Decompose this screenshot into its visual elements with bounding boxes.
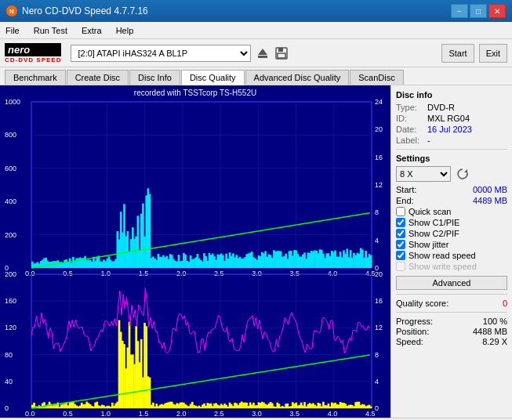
end-mb-row: End: 4489 MB bbox=[396, 196, 507, 205]
label-label: Label: bbox=[396, 136, 424, 145]
nero-logo-text: nero bbox=[5, 43, 61, 56]
show-c2pif-label: Show C2/PIF bbox=[409, 229, 459, 238]
id-label: ID: bbox=[396, 114, 424, 123]
menu-file[interactable]: File bbox=[3, 25, 22, 36]
chart-area: recorded with TSSTcorp TS-H552U bbox=[0, 85, 390, 418]
minimize-button[interactable]: − bbox=[451, 4, 468, 18]
show-read-speed-label: Show read speed bbox=[409, 251, 476, 260]
right-panel: Disc info Type: DVD-R ID: MXL RG04 Date:… bbox=[390, 85, 512, 418]
start-mb-label: Start: bbox=[396, 185, 416, 194]
speed-label: Speed: bbox=[396, 337, 423, 346]
end-mb-value: 4489 MB bbox=[473, 196, 507, 205]
maximize-button[interactable]: □ bbox=[470, 4, 487, 18]
date-value: 16 Jul 2023 bbox=[427, 125, 472, 134]
speed-select[interactable]: 8 X Max 1 X 2 X 4 X 16 X bbox=[396, 166, 451, 182]
id-value: MXL RG04 bbox=[427, 114, 470, 123]
quick-scan-label: Quick scan bbox=[409, 207, 451, 216]
main-chart bbox=[3, 99, 390, 418]
refresh-icon[interactable] bbox=[456, 167, 470, 181]
divider-2 bbox=[396, 294, 507, 295]
start-button[interactable]: Start bbox=[441, 44, 474, 63]
position-row: Position: 4488 MB bbox=[396, 327, 507, 336]
progress-label: Progress: bbox=[396, 317, 433, 326]
menu-runtest[interactable]: Run Test bbox=[31, 25, 70, 36]
show-jitter-row: Show jitter bbox=[396, 240, 507, 249]
show-read-speed-row: Show read speed bbox=[396, 251, 507, 260]
show-write-speed-checkbox[interactable] bbox=[396, 262, 405, 271]
main-content: recorded with TSSTcorp TS-H552U Disc inf… bbox=[0, 85, 512, 418]
close-button[interactable]: ✕ bbox=[488, 4, 506, 18]
drive-select[interactable]: [2:0] ATAPI iHAS324 A BL1P bbox=[71, 45, 251, 62]
tab-advanced-disc-quality[interactable]: Advanced Disc Quality bbox=[245, 70, 350, 85]
menu-help[interactable]: Help bbox=[114, 25, 136, 36]
show-c1pie-row: Show C1/PIE bbox=[396, 218, 507, 227]
end-mb-label: End: bbox=[396, 196, 414, 205]
show-c1pie-checkbox[interactable] bbox=[396, 218, 405, 227]
svg-rect-4 bbox=[278, 53, 285, 58]
progress-value: 100 % bbox=[483, 317, 507, 326]
chart-title: recorded with TSSTcorp TS-H552U bbox=[3, 89, 387, 97]
app-icon: N bbox=[6, 5, 17, 16]
quality-score-label: Quality score: bbox=[396, 299, 448, 308]
menu-extra[interactable]: Extra bbox=[79, 25, 104, 36]
position-label: Position: bbox=[396, 327, 429, 336]
settings-title: Settings bbox=[396, 154, 507, 163]
window-title: Nero CD-DVD Speed 4.7.7.16 bbox=[22, 5, 148, 16]
save-icon[interactable] bbox=[274, 46, 289, 60]
show-jitter-label: Show jitter bbox=[409, 240, 448, 249]
exit-button[interactable]: Exit bbox=[479, 44, 507, 63]
title-bar-left: N Nero CD-DVD Speed 4.7.7.16 bbox=[6, 5, 148, 16]
show-c1pie-label: Show C1/PIE bbox=[409, 218, 459, 227]
label-value: - bbox=[427, 136, 430, 145]
svg-marker-0 bbox=[258, 49, 267, 55]
disc-date-row: Date: 16 Jul 2023 bbox=[396, 125, 507, 134]
tab-scandisc[interactable]: ScanDisc bbox=[350, 70, 403, 85]
speed-row-prog: Speed: 8.29 X bbox=[396, 337, 507, 346]
advanced-button[interactable]: Advanced bbox=[396, 276, 507, 290]
disc-info-title: Disc info bbox=[396, 90, 507, 100]
show-read-speed-checkbox[interactable] bbox=[396, 251, 405, 260]
show-write-speed-label: Show write speed bbox=[409, 262, 477, 271]
type-value: DVD-R bbox=[427, 103, 455, 112]
svg-rect-1 bbox=[258, 56, 267, 58]
eject-icon[interactable] bbox=[256, 46, 270, 60]
divider-1 bbox=[396, 149, 507, 150]
start-mb-value: 0000 MB bbox=[473, 185, 507, 194]
divider-3 bbox=[396, 312, 507, 313]
window-controls: − □ ✕ bbox=[451, 4, 506, 18]
type-label: Type: bbox=[396, 103, 424, 112]
quick-scan-checkbox[interactable] bbox=[396, 207, 405, 216]
tab-disc-quality[interactable]: Disc Quality bbox=[181, 70, 245, 85]
title-bar: N Nero CD-DVD Speed 4.7.7.16 − □ ✕ bbox=[0, 0, 512, 22]
position-value: 4488 MB bbox=[473, 327, 507, 336]
quick-scan-row: Quick scan bbox=[396, 207, 507, 216]
speed-value: 8.29 X bbox=[482, 337, 507, 346]
show-c2pif-row: Show C2/PIF bbox=[396, 229, 507, 238]
svg-rect-3 bbox=[278, 48, 283, 52]
speed-row: 8 X Max 1 X 2 X 4 X 16 X bbox=[396, 166, 507, 182]
nero-logo: nero CD-DVD SPEED bbox=[5, 43, 61, 63]
progress-row: Progress: 100 % bbox=[396, 317, 507, 326]
menu-bar: File Run Test Extra Help bbox=[0, 22, 512, 39]
quality-score-row: Quality score: 0 bbox=[396, 299, 507, 308]
tab-disc-info[interactable]: Disc Info bbox=[129, 70, 180, 85]
tab-bar: Benchmark Create Disc Disc Info Disc Qua… bbox=[0, 67, 512, 85]
show-jitter-checkbox[interactable] bbox=[396, 240, 405, 249]
toolbar: nero CD-DVD SPEED [2:0] ATAPI iHAS324 A … bbox=[0, 39, 512, 67]
tab-benchmark[interactable]: Benchmark bbox=[5, 70, 66, 85]
quality-score-value: 0 bbox=[503, 299, 507, 308]
svg-marker-5 bbox=[464, 169, 467, 172]
tab-create-disc[interactable]: Create Disc bbox=[67, 70, 129, 85]
start-mb-row: Start: 0000 MB bbox=[396, 185, 507, 194]
show-c2pif-checkbox[interactable] bbox=[396, 229, 405, 238]
date-label: Date: bbox=[396, 125, 424, 134]
show-write-speed-row: Show write speed bbox=[396, 262, 507, 271]
disc-id-row: ID: MXL RG04 bbox=[396, 114, 507, 123]
nero-logo-subtitle: CD-DVD SPEED bbox=[5, 56, 61, 63]
disc-label-row: Label: - bbox=[396, 136, 507, 145]
disc-type-row: Type: DVD-R bbox=[396, 103, 507, 112]
